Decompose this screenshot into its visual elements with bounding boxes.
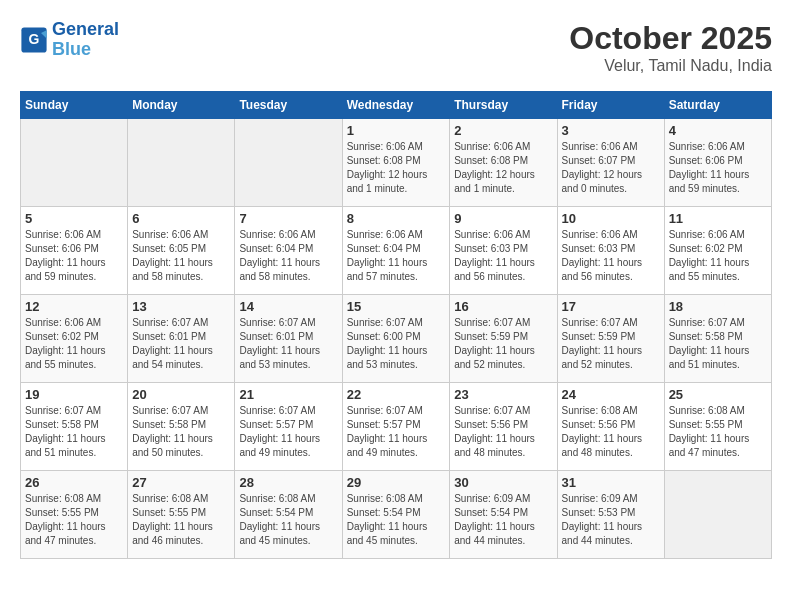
calendar-cell: 25Sunrise: 6:08 AMSunset: 5:55 PMDayligh…	[664, 383, 771, 471]
day-info: Sunrise: 6:08 AMSunset: 5:55 PMDaylight:…	[669, 404, 767, 460]
week-row-5: 26Sunrise: 6:08 AMSunset: 5:55 PMDayligh…	[21, 471, 772, 559]
week-row-4: 19Sunrise: 6:07 AMSunset: 5:58 PMDayligh…	[21, 383, 772, 471]
day-info: Sunrise: 6:09 AMSunset: 5:53 PMDaylight:…	[562, 492, 660, 548]
logo: G General Blue	[20, 20, 119, 60]
day-info: Sunrise: 6:08 AMSunset: 5:54 PMDaylight:…	[347, 492, 446, 548]
day-number: 11	[669, 211, 767, 226]
calendar-cell: 26Sunrise: 6:08 AMSunset: 5:55 PMDayligh…	[21, 471, 128, 559]
day-number: 21	[239, 387, 337, 402]
header-monday: Monday	[128, 92, 235, 119]
day-info: Sunrise: 6:06 AMSunset: 6:07 PMDaylight:…	[562, 140, 660, 196]
calendar-cell: 1Sunrise: 6:06 AMSunset: 6:08 PMDaylight…	[342, 119, 450, 207]
calendar-cell	[664, 471, 771, 559]
day-info: Sunrise: 6:06 AMSunset: 6:04 PMDaylight:…	[239, 228, 337, 284]
calendar-table: SundayMondayTuesdayWednesdayThursdayFrid…	[20, 91, 772, 559]
day-number: 3	[562, 123, 660, 138]
calendar-cell: 15Sunrise: 6:07 AMSunset: 6:00 PMDayligh…	[342, 295, 450, 383]
day-number: 23	[454, 387, 552, 402]
day-number: 30	[454, 475, 552, 490]
calendar-cell: 29Sunrise: 6:08 AMSunset: 5:54 PMDayligh…	[342, 471, 450, 559]
calendar-cell: 6Sunrise: 6:06 AMSunset: 6:05 PMDaylight…	[128, 207, 235, 295]
calendar-cell: 30Sunrise: 6:09 AMSunset: 5:54 PMDayligh…	[450, 471, 557, 559]
header-tuesday: Tuesday	[235, 92, 342, 119]
calendar-cell: 7Sunrise: 6:06 AMSunset: 6:04 PMDaylight…	[235, 207, 342, 295]
calendar-cell: 21Sunrise: 6:07 AMSunset: 5:57 PMDayligh…	[235, 383, 342, 471]
weekday-header-row: SundayMondayTuesdayWednesdayThursdayFrid…	[21, 92, 772, 119]
day-number: 13	[132, 299, 230, 314]
day-number: 9	[454, 211, 552, 226]
day-info: Sunrise: 6:07 AMSunset: 5:59 PMDaylight:…	[454, 316, 552, 372]
calendar-cell: 19Sunrise: 6:07 AMSunset: 5:58 PMDayligh…	[21, 383, 128, 471]
calendar-cell: 4Sunrise: 6:06 AMSunset: 6:06 PMDaylight…	[664, 119, 771, 207]
day-info: Sunrise: 6:06 AMSunset: 6:04 PMDaylight:…	[347, 228, 446, 284]
calendar-cell: 11Sunrise: 6:06 AMSunset: 6:02 PMDayligh…	[664, 207, 771, 295]
day-info: Sunrise: 6:07 AMSunset: 6:00 PMDaylight:…	[347, 316, 446, 372]
day-info: Sunrise: 6:06 AMSunset: 6:06 PMDaylight:…	[25, 228, 123, 284]
calendar-cell: 22Sunrise: 6:07 AMSunset: 5:57 PMDayligh…	[342, 383, 450, 471]
day-info: Sunrise: 6:06 AMSunset: 6:02 PMDaylight:…	[25, 316, 123, 372]
calendar-body: 1Sunrise: 6:06 AMSunset: 6:08 PMDaylight…	[21, 119, 772, 559]
calendar-cell	[128, 119, 235, 207]
day-info: Sunrise: 6:08 AMSunset: 5:54 PMDaylight:…	[239, 492, 337, 548]
week-row-1: 1Sunrise: 6:06 AMSunset: 6:08 PMDaylight…	[21, 119, 772, 207]
calendar-cell: 8Sunrise: 6:06 AMSunset: 6:04 PMDaylight…	[342, 207, 450, 295]
day-number: 18	[669, 299, 767, 314]
day-info: Sunrise: 6:08 AMSunset: 5:55 PMDaylight:…	[132, 492, 230, 548]
day-number: 31	[562, 475, 660, 490]
day-info: Sunrise: 6:06 AMSunset: 6:03 PMDaylight:…	[454, 228, 552, 284]
day-number: 26	[25, 475, 123, 490]
week-row-3: 12Sunrise: 6:06 AMSunset: 6:02 PMDayligh…	[21, 295, 772, 383]
week-row-2: 5Sunrise: 6:06 AMSunset: 6:06 PMDaylight…	[21, 207, 772, 295]
calendar-cell: 27Sunrise: 6:08 AMSunset: 5:55 PMDayligh…	[128, 471, 235, 559]
header-sunday: Sunday	[21, 92, 128, 119]
day-number: 20	[132, 387, 230, 402]
day-number: 6	[132, 211, 230, 226]
header-wednesday: Wednesday	[342, 92, 450, 119]
header-saturday: Saturday	[664, 92, 771, 119]
day-info: Sunrise: 6:07 AMSunset: 5:58 PMDaylight:…	[669, 316, 767, 372]
day-info: Sunrise: 6:07 AMSunset: 6:01 PMDaylight:…	[132, 316, 230, 372]
calendar-cell: 13Sunrise: 6:07 AMSunset: 6:01 PMDayligh…	[128, 295, 235, 383]
logo-text: General Blue	[52, 20, 119, 60]
title-block: October 2025 Velur, Tamil Nadu, India	[569, 20, 772, 75]
calendar-header: SundayMondayTuesdayWednesdayThursdayFrid…	[21, 92, 772, 119]
day-number: 14	[239, 299, 337, 314]
day-info: Sunrise: 6:08 AMSunset: 5:56 PMDaylight:…	[562, 404, 660, 460]
day-info: Sunrise: 6:07 AMSunset: 5:58 PMDaylight:…	[132, 404, 230, 460]
day-number: 27	[132, 475, 230, 490]
day-info: Sunrise: 6:09 AMSunset: 5:54 PMDaylight:…	[454, 492, 552, 548]
day-info: Sunrise: 6:07 AMSunset: 5:58 PMDaylight:…	[25, 404, 123, 460]
day-info: Sunrise: 6:08 AMSunset: 5:55 PMDaylight:…	[25, 492, 123, 548]
calendar-cell: 17Sunrise: 6:07 AMSunset: 5:59 PMDayligh…	[557, 295, 664, 383]
calendar-cell: 5Sunrise: 6:06 AMSunset: 6:06 PMDaylight…	[21, 207, 128, 295]
calendar-cell: 18Sunrise: 6:07 AMSunset: 5:58 PMDayligh…	[664, 295, 771, 383]
day-info: Sunrise: 6:06 AMSunset: 6:05 PMDaylight:…	[132, 228, 230, 284]
day-number: 8	[347, 211, 446, 226]
day-number: 24	[562, 387, 660, 402]
day-info: Sunrise: 6:07 AMSunset: 5:57 PMDaylight:…	[239, 404, 337, 460]
day-number: 17	[562, 299, 660, 314]
day-number: 12	[25, 299, 123, 314]
day-info: Sunrise: 6:06 AMSunset: 6:03 PMDaylight:…	[562, 228, 660, 284]
calendar-cell	[235, 119, 342, 207]
calendar-cell: 10Sunrise: 6:06 AMSunset: 6:03 PMDayligh…	[557, 207, 664, 295]
day-info: Sunrise: 6:07 AMSunset: 6:01 PMDaylight:…	[239, 316, 337, 372]
day-number: 2	[454, 123, 552, 138]
day-number: 5	[25, 211, 123, 226]
day-number: 19	[25, 387, 123, 402]
calendar-cell: 12Sunrise: 6:06 AMSunset: 6:02 PMDayligh…	[21, 295, 128, 383]
day-number: 15	[347, 299, 446, 314]
logo-line1: General	[52, 19, 119, 39]
day-info: Sunrise: 6:07 AMSunset: 5:59 PMDaylight:…	[562, 316, 660, 372]
day-number: 16	[454, 299, 552, 314]
day-number: 4	[669, 123, 767, 138]
day-number: 10	[562, 211, 660, 226]
day-info: Sunrise: 6:06 AMSunset: 6:02 PMDaylight:…	[669, 228, 767, 284]
day-info: Sunrise: 6:07 AMSunset: 5:56 PMDaylight:…	[454, 404, 552, 460]
day-info: Sunrise: 6:07 AMSunset: 5:57 PMDaylight:…	[347, 404, 446, 460]
calendar-cell: 2Sunrise: 6:06 AMSunset: 6:08 PMDaylight…	[450, 119, 557, 207]
svg-text:G: G	[29, 31, 40, 47]
calendar-cell: 28Sunrise: 6:08 AMSunset: 5:54 PMDayligh…	[235, 471, 342, 559]
header-thursday: Thursday	[450, 92, 557, 119]
day-number: 1	[347, 123, 446, 138]
